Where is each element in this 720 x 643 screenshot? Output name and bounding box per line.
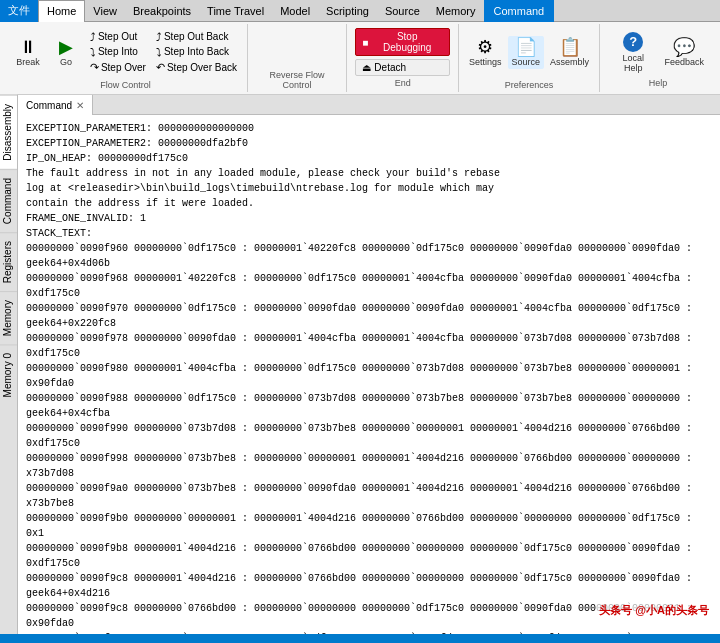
feedback-button[interactable]: 💬 Feedback	[661, 36, 709, 69]
side-tab-disassembly[interactable]: Disassembly	[0, 95, 17, 169]
source-button[interactable]: 📄 Source	[508, 36, 545, 69]
menu-view[interactable]: View	[85, 0, 125, 22]
step-over-button[interactable]: ↷ Step Over	[86, 60, 150, 75]
stop-debugging-button[interactable]: ■ Stop Debugging	[355, 28, 450, 56]
step-out-icon: ⤴	[90, 31, 96, 43]
content-line: 00000000`0090f9b8 00000001`4004d216 : 00…	[26, 541, 712, 571]
step-into-back-label: Step Into Back	[164, 46, 229, 57]
help-label: Help	[649, 76, 668, 88]
detach-label: Detach	[374, 62, 406, 73]
content-line: 00000000`0090f9c8 00000000`00000000 : 00…	[26, 631, 712, 634]
feedback-icon: 💬	[673, 38, 695, 56]
side-tab-memory[interactable]: Memory	[0, 291, 17, 344]
step-out-label: Step Out	[98, 31, 137, 42]
assembly-label: Assembly	[550, 57, 589, 67]
local-help-button[interactable]: ? Local Help	[608, 30, 658, 75]
source-label: Source	[512, 57, 541, 67]
step-into-back-button[interactable]: ⤵ Step Into Back	[152, 45, 241, 59]
ribbon-content: ⏸ Break ▶ Go ⤴ Step Out ⤵ Step Into	[0, 22, 720, 94]
content-line: 00000000`0090f978 00000000`0090fda0 : 00…	[26, 331, 712, 361]
content-line: EXCEPTION_PARAMETER2: 00000000dfa2bf0	[26, 136, 712, 151]
step-over-label: Step Over	[101, 62, 146, 73]
ribbon-group-reverse: Reverse Flow Control	[248, 24, 347, 92]
help-icon: ?	[623, 32, 643, 52]
assembly-button[interactable]: 📋 Assembly	[546, 36, 593, 69]
side-tabs: Disassembly Command Registers Memory Mem…	[0, 95, 18, 634]
ribbon-group-end: ■ Stop Debugging ⏏ Detach End	[347, 24, 459, 92]
step-into-button[interactable]: ⤵ Step Into	[86, 45, 150, 59]
flow-control-label: Flow Control	[100, 78, 151, 90]
content-line: 00000000`0090f990 00000000`073b7d08 : 00…	[26, 421, 712, 451]
content-wrapper: Command ✕ EXCEPTION_PARAMETER1: 00000000…	[18, 95, 720, 634]
content-tab-command[interactable]: Command ✕	[18, 95, 93, 115]
step-out-back-label: Step Out Back	[164, 31, 228, 42]
menu-scripting[interactable]: Scripting	[318, 0, 377, 22]
status-bar	[0, 634, 720, 643]
step-into-icon: ⤵	[90, 46, 96, 58]
close-tab-icon[interactable]: ✕	[76, 100, 84, 111]
watermark: 头条号 @小A的头条号	[596, 602, 712, 619]
content-line: 00000000`0090f988 00000000`0df175c0 : 00…	[26, 391, 712, 421]
content-line: FRAME_ONE_INVALID: 1	[26, 211, 712, 226]
step-out-back-icon: ⤴	[156, 31, 162, 43]
go-button[interactable]: ▶ Go	[48, 36, 84, 69]
menu-bar: 文件 Home View Breakpoints Time Travel Mod…	[0, 0, 720, 22]
menu-breakpoints[interactable]: Breakpoints	[125, 0, 199, 22]
content-line: 00000000`0090f998 00000000`073b7be8 : 00…	[26, 451, 712, 481]
step-buttons: ⤴ Step Out ⤵ Step Into ↷ Step Over	[86, 30, 150, 75]
side-tab-registers[interactable]: Registers	[0, 232, 17, 291]
stop-icon: ■	[362, 37, 368, 48]
step-into-label: Step Into	[98, 46, 138, 57]
menu-memory[interactable]: Memory	[428, 0, 484, 22]
content-line: contain the address if it were loaded.	[26, 196, 712, 211]
menu-model[interactable]: Model	[272, 0, 318, 22]
step-out-button[interactable]: ⤴ Step Out	[86, 30, 150, 44]
step-over-back-button[interactable]: ↶ Step Over Back	[152, 60, 241, 75]
content-line: STACK_TEXT:	[26, 226, 712, 241]
settings-button[interactable]: ⚙ Settings	[465, 36, 506, 69]
step-into-back-icon: ⤵	[156, 46, 162, 58]
reverse-label: Reverse Flow Control	[254, 68, 340, 90]
end-label: End	[395, 76, 411, 88]
step-out-back-button[interactable]: ⤴ Step Out Back	[152, 30, 241, 44]
flow-control-buttons: ⏸ Break ▶ Go ⤴ Step Out ⤵ Step Into	[10, 26, 241, 78]
detach-button[interactable]: ⏏ Detach	[355, 59, 450, 76]
menu-home[interactable]: Home	[38, 0, 85, 22]
menu-source[interactable]: Source	[377, 0, 428, 22]
content-line: 00000000`0090f970 00000000`0df175c0 : 00…	[26, 301, 712, 331]
content-line: 00000000`0090f9a0 00000000`073b7be8 : 00…	[26, 481, 712, 511]
menu-command[interactable]: Command	[484, 0, 555, 22]
content-line: 00000000`0090f968 00000001`40220fc8 : 00…	[26, 271, 712, 301]
step-over-back-label: Step Over Back	[167, 62, 237, 73]
ribbon-group-help: ? Local Help 💬 Feedback Help	[600, 24, 716, 92]
side-tab-memory0[interactable]: Memory 0	[0, 344, 17, 405]
menu-timetravel[interactable]: Time Travel	[199, 0, 272, 22]
break-icon: ⏸	[19, 38, 37, 56]
preferences-label: Preferences	[505, 78, 554, 90]
settings-icon: ⚙	[477, 38, 493, 56]
menu-file[interactable]: 文件	[0, 0, 38, 22]
break-button[interactable]: ⏸ Break	[10, 36, 46, 69]
content-line: 00000000`0090f960 00000000`0df175c0 : 00…	[26, 241, 712, 271]
content-area[interactable]: EXCEPTION_PARAMETER1: 0000000000000000EX…	[18, 115, 720, 634]
ribbon: ⏸ Break ▶ Go ⤴ Step Out ⤵ Step Into	[0, 22, 720, 95]
break-label: Break	[16, 57, 40, 67]
tab-bar: Command ✕	[18, 95, 720, 115]
step-over-back-icon: ↶	[156, 61, 165, 74]
content-line: 00000000`0090f980 00000001`4004cfba : 00…	[26, 361, 712, 391]
ribbon-group-preferences: ⚙ Settings 📄 Source 📋 Assembly Preferenc…	[459, 24, 600, 92]
detach-icon: ⏏	[362, 62, 371, 73]
step-back-buttons: ⤴ Step Out Back ⤵ Step Into Back ↶ Step …	[152, 30, 241, 75]
content-tab-label: Command	[26, 100, 72, 111]
help-buttons: ? Local Help 💬 Feedback	[608, 28, 708, 76]
side-tab-command[interactable]: Command	[0, 169, 17, 232]
main-area: Disassembly Command Registers Memory Mem…	[0, 95, 720, 634]
stop-label: Stop Debugging	[371, 31, 443, 53]
content-line: log at <releasedir>\bin\build_logs\timeb…	[26, 181, 712, 196]
content-line: EXCEPTION_PARAMETER1: 0000000000000000	[26, 121, 712, 136]
go-label: Go	[60, 57, 72, 67]
go-icon: ▶	[59, 38, 73, 56]
content-line: 00000000`0090f9b0 00000000`00000001 : 00…	[26, 511, 712, 541]
settings-label: Settings	[469, 57, 502, 67]
end-buttons: ■ Stop Debugging ⏏ Detach	[355, 28, 450, 76]
